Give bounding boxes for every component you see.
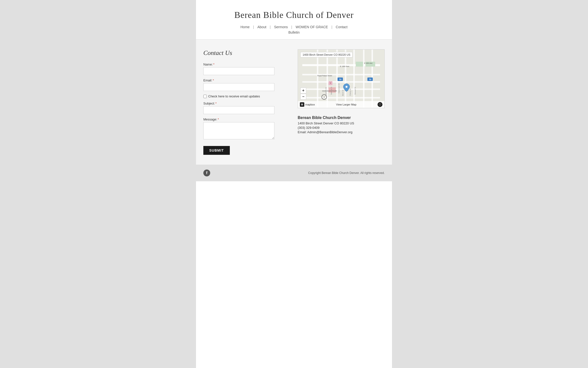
svg-rect-2 <box>302 74 380 75</box>
email-required-star: * <box>213 79 214 82</box>
email-updates-checkbox[interactable] <box>203 95 207 98</box>
nav-sermons[interactable]: Sermons <box>271 25 291 29</box>
contact-form-section: Contact Us Name:* Email:* Check here to … <box>203 49 290 155</box>
svg-rect-9 <box>345 50 346 108</box>
message-form-group: Message:* <box>203 118 290 140</box>
svg-text:Bellaire St: Bellaire St <box>331 87 332 95</box>
church-phone: (303) 329-0409 <box>298 126 385 130</box>
svg-text:ional Jewish Health: ional Jewish Health <box>322 90 337 92</box>
email-updates-checkbox-group: Check here to receive email updates <box>203 94 290 98</box>
svg-rect-13 <box>356 62 363 67</box>
subject-form-group: Subject:* <box>203 102 290 114</box>
svg-text:2: 2 <box>324 96 325 98</box>
message-textarea[interactable] <box>203 122 274 139</box>
svg-text:+: + <box>330 81 331 85</box>
svg-text:70: 70 <box>369 78 371 81</box>
facebook-icon[interactable]: f <box>203 170 210 176</box>
map-container: 70 70 2 ional Jewish Health + Royal Pala… <box>298 49 385 108</box>
nav-women-of-grace[interactable]: WOMEN OF GRACE <box>292 25 331 29</box>
map-info-section: 70 70 2 ional Jewish Health + Royal Pala… <box>298 49 385 155</box>
name-form-group: Name:* <box>203 63 290 75</box>
submit-button[interactable]: SUBMIT <box>203 146 230 155</box>
zoom-out-button[interactable]: − <box>300 94 306 100</box>
map-footer: M mapbox View Larger Map ⓘ <box>298 101 384 108</box>
map-info-icon[interactable]: ⓘ <box>378 102 382 107</box>
church-info: Berean Bible Church Denver 1400 Birch St… <box>298 113 385 137</box>
name-input[interactable] <box>203 67 274 75</box>
svg-rect-7 <box>327 50 328 108</box>
church-name: Berean Bible Church Denver <box>298 116 385 120</box>
church-address: 1400 Birch Street Denver CO 80220 US <box>298 121 385 125</box>
svg-rect-4 <box>302 89 380 90</box>
svg-text:70: 70 <box>339 78 342 81</box>
svg-text:Cherry St: Cherry St <box>349 89 351 96</box>
message-required-star: * <box>218 118 219 121</box>
map-address-box: 1400 Birch Street Denver CO 80220 US <box>300 52 353 57</box>
subject-required-star: * <box>215 102 217 105</box>
subject-label: Subject:* <box>203 102 290 105</box>
svg-rect-3 <box>302 81 380 83</box>
church-email-label: Email: <box>298 130 306 134</box>
main-content: Contact Us Name:* Email:* Check here to … <box>196 39 392 165</box>
name-required-star: * <box>213 63 214 66</box>
svg-rect-6 <box>317 50 318 108</box>
main-nav: Home | About | Sermons | WOMEN OF GRACE … <box>201 25 387 29</box>
site-title: Berean Bible Church of Denver <box>201 10 387 20</box>
contact-title: Contact Us <box>203 49 290 57</box>
svg-rect-5 <box>302 97 380 98</box>
svg-text:Denver St: Denver St <box>354 87 356 95</box>
name-label: Name:* <box>203 63 290 66</box>
church-email-address: Admin@BereanBibleDenver.org <box>307 130 352 134</box>
map-controls: + − <box>300 88 306 100</box>
email-form-group: Email:* <box>203 79 290 91</box>
header: Berean Bible Church of Denver Home | Abo… <box>196 0 392 39</box>
view-larger-map-link[interactable]: View Larger Map <box>336 103 356 106</box>
nav-contact[interactable]: Contact <box>332 25 351 29</box>
svg-text:Royal Palace Motel: Royal Palace Motel <box>317 75 332 77</box>
email-label: Email:* <box>203 79 290 82</box>
nav-second-row: Bulletin <box>201 30 387 34</box>
svg-rect-10 <box>353 50 355 108</box>
message-label: Message:* <box>203 118 290 121</box>
mapbox-logo-icon: M <box>300 102 304 107</box>
nav-bulletin[interactable]: Bulletin <box>285 30 303 34</box>
svg-text:E 16th Ave: E 16th Ave <box>364 62 373 64</box>
email-input[interactable] <box>203 83 274 91</box>
svg-text:E 16th Ave: E 16th Ave <box>340 65 350 67</box>
svg-text:Birch St: Birch St <box>342 90 344 96</box>
nav-home[interactable]: Home <box>237 25 253 29</box>
nav-about[interactable]: About <box>254 25 270 29</box>
subject-input[interactable] <box>203 106 274 114</box>
mapbox-logo: M mapbox <box>300 102 315 107</box>
church-email-line: Email: Admin@BereanBibleDenver.org <box>298 130 385 134</box>
page-wrapper: Berean Bible Church of Denver Home | Abo… <box>196 0 392 368</box>
mapbox-label: mapbox <box>305 103 315 106</box>
zoom-in-button[interactable]: + <box>300 88 306 93</box>
email-updates-label: Check here to receive email updates <box>208 94 260 98</box>
footer: f Copyright Berean Bible Church Denver. … <box>196 165 392 181</box>
map-svg: 70 70 2 ional Jewish Health + Royal Pala… <box>298 50 384 108</box>
copyright: Copyright Berean Bible Church Denver. Al… <box>308 171 385 175</box>
svg-rect-11 <box>363 50 365 108</box>
svg-text:Claremont St: Claremont St <box>338 83 340 93</box>
svg-text:Harrison St: Harrison St <box>325 87 327 96</box>
svg-point-29 <box>345 86 347 88</box>
